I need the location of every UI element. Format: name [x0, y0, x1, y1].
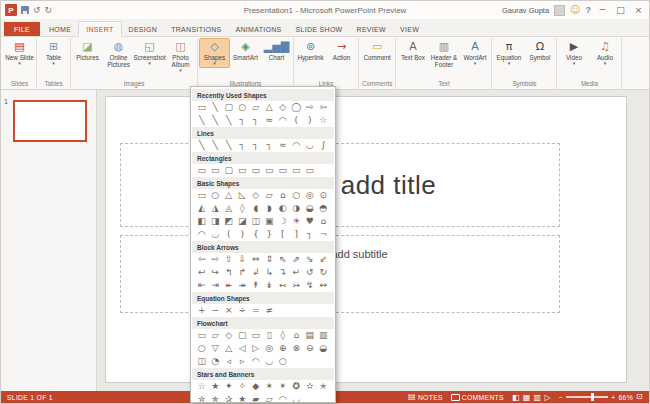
comment-button[interactable]: ▭Comment	[362, 38, 393, 63]
shape-swatch[interactable]: (	[222, 228, 236, 241]
shape-swatch[interactable]: ⇕	[263, 253, 277, 266]
shape-swatch[interactable]: ◺	[236, 189, 250, 202]
shape-swatch[interactable]: ✰	[222, 393, 236, 403]
shape-swatch[interactable]: ✭	[317, 380, 331, 393]
video-button[interactable]: ▶Video▾	[558, 38, 589, 68]
shape-swatch[interactable]: ◇	[222, 329, 236, 342]
shape-swatch[interactable]: ▱	[263, 393, 277, 403]
audio-button[interactable]: ♫Audio▾	[589, 38, 620, 68]
shape-swatch[interactable]: )	[236, 228, 250, 241]
shape-swatch[interactable]: ╲	[222, 139, 236, 152]
shape-swatch[interactable]: ✧	[236, 380, 250, 393]
action-button[interactable]: →Action	[326, 38, 357, 63]
shape-swatch[interactable]: ¬	[317, 228, 331, 241]
shape-swatch[interactable]: ↡	[263, 279, 277, 292]
equation-button[interactable]: πEquation▾	[493, 38, 524, 68]
user-avatar[interactable]	[554, 5, 565, 16]
screenshot-button[interactable]: ◱Screenshot▾	[134, 38, 165, 68]
shape-swatch[interactable]: )	[303, 114, 317, 127]
shape-swatch[interactable]: ▢	[236, 329, 250, 342]
shape-swatch[interactable]: ◁	[236, 342, 250, 355]
shape-swatch[interactable]: (	[290, 114, 304, 127]
shape-swatch[interactable]: ▭	[195, 101, 209, 114]
shape-swatch[interactable]: ◠	[249, 355, 263, 368]
wordart-button[interactable]: AWordArt▾	[459, 38, 490, 68]
shape-swatch[interactable]: ▱	[263, 189, 277, 202]
shape-swatch[interactable]: ◎	[263, 342, 277, 355]
shape-swatch[interactable]: −	[209, 304, 223, 317]
shape-swatch[interactable]: ↰	[222, 266, 236, 279]
shape-swatch[interactable]: ┐	[236, 114, 250, 127]
shape-swatch[interactable]: ⇩	[236, 253, 250, 266]
shape-swatch[interactable]: ↣	[290, 279, 304, 292]
shape-swatch[interactable]: ☽	[276, 215, 290, 228]
shape-swatch[interactable]: ◠	[290, 139, 304, 152]
shape-swatch[interactable]: ⌂	[317, 215, 331, 228]
tab-home[interactable]: HOME	[42, 22, 78, 36]
shape-swatch[interactable]: ⇥	[209, 279, 223, 292]
shape-swatch[interactable]: ╲	[209, 139, 223, 152]
shape-swatch[interactable]: ◠	[195, 228, 209, 241]
shape-swatch[interactable]: ⇗	[290, 253, 304, 266]
shape-swatch[interactable]: ◐	[276, 202, 290, 215]
shape-swatch[interactable]: ▭	[236, 164, 250, 177]
shape-swatch[interactable]: △	[222, 342, 236, 355]
shape-swatch[interactable]: ≈	[276, 139, 290, 152]
shape-swatch[interactable]: ◒	[317, 342, 331, 355]
shape-swatch[interactable]: ◊	[276, 329, 290, 342]
shape-swatch[interactable]: ▤	[303, 329, 317, 342]
shape-swatch[interactable]: ▯	[263, 329, 277, 342]
shape-swatch[interactable]: ◇	[276, 101, 290, 114]
shape-swatch[interactable]: ▭	[209, 164, 223, 177]
shape-swatch[interactable]: ◡	[209, 228, 223, 241]
chart-button[interactable]: ▂▅▇Chart	[261, 38, 292, 63]
shape-swatch[interactable]: ◑	[290, 202, 304, 215]
shape-swatch[interactable]: ⇤	[195, 279, 209, 292]
tab-insert[interactable]: INSERT	[78, 21, 121, 37]
shape-swatch[interactable]: ☆	[195, 380, 209, 393]
shape-swatch[interactable]: ↩	[195, 266, 209, 279]
shape-swatch[interactable]: ↳	[263, 266, 277, 279]
shape-swatch[interactable]: ○	[276, 355, 290, 368]
shape-swatch[interactable]: ↪	[209, 266, 223, 279]
shape-swatch[interactable]: ▷	[249, 342, 263, 355]
tab-transitions[interactable]: TRANSITIONS	[164, 22, 228, 36]
user-name[interactable]: Gaurav Gupta	[502, 6, 549, 15]
subtitle-placeholder[interactable]: Click to add subtitle	[120, 235, 560, 313]
shape-swatch[interactable]: ◓	[317, 202, 331, 215]
fit-to-window-button[interactable]: ⊡	[636, 393, 643, 401]
shape-swatch[interactable]: ↟	[249, 279, 263, 292]
minimize-button[interactable]: ─	[596, 5, 609, 15]
shape-swatch[interactable]: ✴	[276, 380, 290, 393]
shape-swatch[interactable]: ◯	[290, 101, 304, 114]
slide-sorter-view-button[interactable]: ▦	[523, 393, 531, 402]
shape-swatch[interactable]: ♥	[303, 215, 317, 228]
zoom-level[interactable]: 66%	[618, 394, 633, 401]
shape-swatch[interactable]: ↻	[317, 266, 331, 279]
photo-album-button[interactable]: ◫Photo Album▾	[165, 38, 196, 75]
smartart-button[interactable]: ◈SmartArt	[230, 38, 261, 63]
text-box-button[interactable]: AText Box	[397, 38, 428, 63]
shape-swatch[interactable]: ⊙	[317, 189, 331, 202]
shape-swatch[interactable]: ☆	[317, 114, 331, 127]
shape-swatch[interactable]: ┐	[249, 139, 263, 152]
shape-swatch[interactable]: ★	[209, 380, 223, 393]
shape-swatch[interactable]: ┐	[263, 139, 277, 152]
shape-swatch[interactable]: ◠	[276, 114, 290, 127]
tab-design[interactable]: DESIGN	[122, 22, 165, 36]
shape-swatch[interactable]: ◃	[222, 355, 236, 368]
shape-swatch[interactable]: ╲	[195, 139, 209, 152]
shape-swatch[interactable]: ↢	[276, 279, 290, 292]
title-placeholder[interactable]: Click to add title	[120, 143, 560, 227]
hyperlink-button[interactable]: ⊚Hyperlink	[295, 38, 326, 63]
shape-swatch[interactable]: ╲	[209, 101, 223, 114]
shape-swatch[interactable]: △	[222, 189, 236, 202]
slide-thumbnail[interactable]	[13, 100, 87, 142]
shape-swatch[interactable]: ↵	[290, 266, 304, 279]
notes-button[interactable]: ▤ NOTES	[408, 393, 443, 401]
shape-swatch[interactable]: ◡	[263, 355, 277, 368]
shape-swatch[interactable]: ↱	[236, 266, 250, 279]
shape-swatch[interactable]: ◨	[209, 215, 223, 228]
shape-swatch[interactable]: ◇	[249, 189, 263, 202]
restore-button[interactable]: □	[614, 5, 627, 15]
